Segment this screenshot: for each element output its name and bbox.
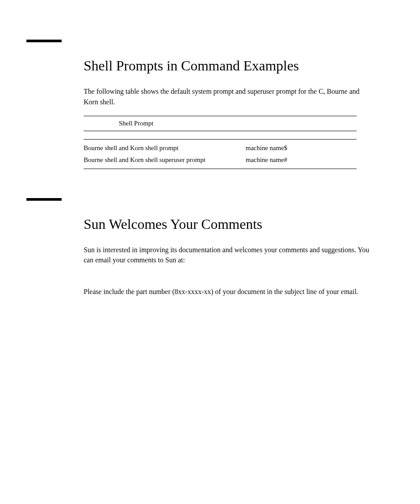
- page-content: Shell Prompts in Command Examples The fo…: [0, 0, 420, 297]
- comments-content: Sun Welcomes Your Comments Sun is intere…: [84, 216, 372, 297]
- section-comments: Sun Welcomes Your Comments Sun is intere…: [26, 198, 372, 297]
- heading-shell-prompts: Shell Prompts in Command Examples: [84, 57, 372, 74]
- intro-paragraph: The following table shows the default sy…: [84, 86, 372, 107]
- table-row: Bourne shell and Korn shell prompt machi…: [84, 142, 357, 154]
- table-header-row: Shell Prompt: [84, 116, 357, 131]
- table-cell-prompt: machine name$: [246, 144, 357, 152]
- shell-prompt-table: Shell Prompt Bourne shell and Korn shell…: [84, 116, 357, 169]
- comments-paragraph-2: Please include the part number (8xx-xxxx…: [84, 287, 372, 297]
- table-header-cell: Shell Prompt: [84, 120, 357, 127]
- table-cell-shell: Bourne shell and Korn shell prompt: [84, 144, 246, 152]
- comments-paragraph-1: Sun is interested in improving its docum…: [84, 245, 372, 265]
- section-shell-prompts: Shell Prompts in Command Examples The fo…: [84, 57, 372, 169]
- table-cell-shell: Bourne shell and Korn shell superuser pr…: [84, 156, 246, 164]
- section-rule: [26, 40, 62, 42]
- heading-comments: Sun Welcomes Your Comments: [84, 216, 372, 232]
- email-placeholder-gap: [84, 274, 372, 287]
- table-cell-prompt: machine name#: [246, 156, 357, 164]
- table-row: Bourne shell and Korn shell superuser pr…: [84, 154, 357, 166]
- section-rule: [26, 198, 62, 201]
- table-body: Bourne shell and Korn shell prompt machi…: [84, 139, 357, 169]
